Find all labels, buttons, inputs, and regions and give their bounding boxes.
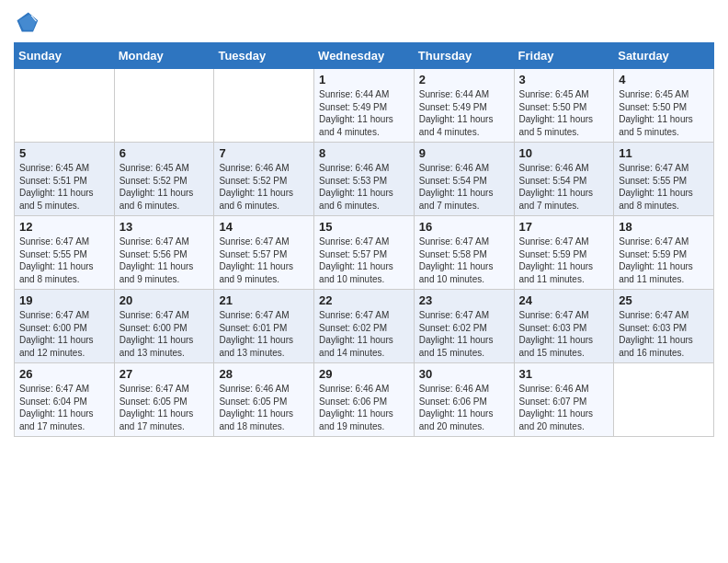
day-number: 16: [419, 220, 509, 234]
calendar-cell: 17Sunrise: 6:47 AMSunset: 5:59 PMDayligh…: [514, 216, 614, 290]
day-info: Sunrise: 6:47 AMSunset: 5:57 PMDaylight:…: [319, 236, 409, 285]
day-info: Sunrise: 6:46 AMSunset: 6:06 PMDaylight:…: [419, 383, 509, 432]
day-info: Sunrise: 6:47 AMSunset: 6:00 PMDaylight:…: [19, 309, 109, 359]
calendar-cell: [614, 363, 714, 437]
logo: [14, 9, 43, 35]
day-info: Sunrise: 6:47 AMSunset: 6:04 PMDaylight:…: [19, 383, 109, 432]
calendar-cell: 15Sunrise: 6:47 AMSunset: 5:57 PMDayligh…: [314, 216, 415, 290]
weekday-header-row: SundayMondayTuesdayWednesdayThursdayFrid…: [15, 43, 714, 69]
day-info: Sunrise: 6:45 AMSunset: 5:51 PMDaylight:…: [19, 162, 109, 212]
calendar-cell: 24Sunrise: 6:47 AMSunset: 6:03 PMDayligh…: [514, 290, 614, 363]
day-number: 14: [219, 220, 309, 234]
calendar-week-row: 26Sunrise: 6:47 AMSunset: 6:04 PMDayligh…: [15, 363, 714, 437]
day-info: Sunrise: 6:47 AMSunset: 5:55 PMDaylight:…: [619, 162, 709, 212]
day-info: Sunrise: 6:44 AMSunset: 5:49 PMDaylight:…: [419, 88, 509, 138]
weekday-header: Sunday: [15, 43, 115, 69]
day-number: 27: [119, 367, 210, 381]
day-number: 22: [319, 293, 409, 307]
day-number: 10: [519, 146, 609, 160]
calendar-cell: 30Sunrise: 6:46 AMSunset: 6:06 PMDayligh…: [414, 363, 514, 437]
day-info: Sunrise: 6:45 AMSunset: 5:52 PMDaylight:…: [119, 162, 210, 212]
day-info: Sunrise: 6:47 AMSunset: 6:03 PMDaylight:…: [619, 309, 709, 359]
day-number: 19: [19, 293, 109, 307]
day-info: Sunrise: 6:47 AMSunset: 5:57 PMDaylight:…: [219, 236, 309, 285]
day-number: 4: [619, 73, 709, 86]
weekday-header: Friday: [514, 43, 614, 69]
day-info: Sunrise: 6:47 AMSunset: 5:59 PMDaylight:…: [619, 236, 709, 285]
day-number: 12: [19, 220, 109, 234]
day-info: Sunrise: 6:47 AMSunset: 6:03 PMDaylight:…: [519, 309, 609, 359]
calendar-cell: 18Sunrise: 6:47 AMSunset: 5:59 PMDayligh…: [614, 216, 714, 290]
calendar-table: SundayMondayTuesdayWednesdayThursdayFrid…: [14, 42, 714, 437]
day-info: Sunrise: 6:46 AMSunset: 5:53 PMDaylight:…: [319, 162, 409, 212]
day-info: Sunrise: 6:46 AMSunset: 5:54 PMDaylight:…: [519, 162, 609, 212]
day-info: Sunrise: 6:47 AMSunset: 6:00 PMDaylight:…: [119, 309, 210, 359]
calendar-cell: 26Sunrise: 6:47 AMSunset: 6:04 PMDayligh…: [15, 363, 115, 437]
day-number: 28: [219, 367, 309, 381]
day-number: 17: [519, 220, 609, 234]
day-info: Sunrise: 6:47 AMSunset: 5:55 PMDaylight:…: [19, 236, 109, 285]
day-info: Sunrise: 6:47 AMSunset: 6:02 PMDaylight:…: [419, 309, 509, 359]
calendar-cell: 16Sunrise: 6:47 AMSunset: 5:58 PMDayligh…: [414, 216, 514, 290]
day-number: 15: [319, 220, 409, 234]
calendar-cell: 5Sunrise: 6:45 AMSunset: 5:51 PMDaylight…: [15, 143, 115, 216]
day-number: 21: [219, 293, 309, 307]
page-header: [14, 9, 714, 35]
calendar-cell: 22Sunrise: 6:47 AMSunset: 6:02 PMDayligh…: [314, 290, 415, 363]
day-info: Sunrise: 6:46 AMSunset: 6:07 PMDaylight:…: [519, 383, 609, 432]
day-info: Sunrise: 6:45 AMSunset: 5:50 PMDaylight:…: [519, 88, 609, 138]
calendar-cell: 27Sunrise: 6:47 AMSunset: 6:05 PMDayligh…: [114, 363, 214, 437]
calendar-cell: 31Sunrise: 6:46 AMSunset: 6:07 PMDayligh…: [514, 363, 614, 437]
calendar-cell: 20Sunrise: 6:47 AMSunset: 6:00 PMDayligh…: [114, 290, 214, 363]
day-info: Sunrise: 6:47 AMSunset: 6:05 PMDaylight:…: [119, 383, 210, 432]
calendar-cell: 29Sunrise: 6:46 AMSunset: 6:06 PMDayligh…: [314, 363, 415, 437]
calendar-cell: [114, 69, 214, 143]
calendar-cell: 9Sunrise: 6:46 AMSunset: 5:54 PMDaylight…: [414, 143, 514, 216]
calendar-cell: [214, 69, 314, 143]
calendar-week-row: 5Sunrise: 6:45 AMSunset: 5:51 PMDaylight…: [15, 143, 714, 216]
day-info: Sunrise: 6:45 AMSunset: 5:50 PMDaylight:…: [619, 88, 709, 138]
calendar-cell: 6Sunrise: 6:45 AMSunset: 5:52 PMDaylight…: [114, 143, 214, 216]
calendar-cell: 14Sunrise: 6:47 AMSunset: 5:57 PMDayligh…: [214, 216, 314, 290]
day-number: 11: [619, 146, 709, 160]
day-number: 2: [419, 73, 509, 86]
calendar-cell: 25Sunrise: 6:47 AMSunset: 6:03 PMDayligh…: [614, 290, 714, 363]
day-number: 29: [319, 367, 409, 381]
weekday-header: Monday: [114, 43, 214, 69]
weekday-header: Thursday: [414, 43, 514, 69]
weekday-header: Saturday: [614, 43, 714, 69]
day-number: 6: [119, 146, 210, 160]
day-info: Sunrise: 6:46 AMSunset: 5:54 PMDaylight:…: [419, 162, 509, 212]
calendar-week-row: 19Sunrise: 6:47 AMSunset: 6:00 PMDayligh…: [15, 290, 714, 363]
day-number: 1: [319, 73, 409, 86]
day-info: Sunrise: 6:47 AMSunset: 5:58 PMDaylight:…: [419, 236, 509, 285]
calendar-cell: 1Sunrise: 6:44 AMSunset: 5:49 PMDaylight…: [314, 69, 415, 143]
calendar-cell: 12Sunrise: 6:47 AMSunset: 5:55 PMDayligh…: [15, 216, 115, 290]
calendar-cell: 11Sunrise: 6:47 AMSunset: 5:55 PMDayligh…: [614, 143, 714, 216]
day-info: Sunrise: 6:47 AMSunset: 5:56 PMDaylight:…: [119, 236, 210, 285]
logo-icon: [14, 9, 40, 35]
calendar-week-row: 1Sunrise: 6:44 AMSunset: 5:49 PMDaylight…: [15, 69, 714, 143]
day-number: 25: [619, 293, 709, 307]
calendar-cell: 8Sunrise: 6:46 AMSunset: 5:53 PMDaylight…: [314, 143, 415, 216]
day-number: 30: [419, 367, 509, 381]
calendar-cell: 13Sunrise: 6:47 AMSunset: 5:56 PMDayligh…: [114, 216, 214, 290]
calendar-cell: 19Sunrise: 6:47 AMSunset: 6:00 PMDayligh…: [15, 290, 115, 363]
calendar-cell: 21Sunrise: 6:47 AMSunset: 6:01 PMDayligh…: [214, 290, 314, 363]
day-number: 7: [219, 146, 309, 160]
day-number: 24: [519, 293, 609, 307]
calendar-cell: [15, 69, 115, 143]
day-number: 26: [19, 367, 109, 381]
weekday-header: Wednesday: [314, 43, 415, 69]
day-info: Sunrise: 6:47 AMSunset: 6:01 PMDaylight:…: [219, 309, 309, 359]
day-number: 3: [519, 73, 609, 86]
day-number: 23: [419, 293, 509, 307]
calendar-cell: 2Sunrise: 6:44 AMSunset: 5:49 PMDaylight…: [414, 69, 514, 143]
calendar-week-row: 12Sunrise: 6:47 AMSunset: 5:55 PMDayligh…: [15, 216, 714, 290]
day-info: Sunrise: 6:46 AMSunset: 5:52 PMDaylight:…: [219, 162, 309, 212]
day-info: Sunrise: 6:47 AMSunset: 6:02 PMDaylight:…: [319, 309, 409, 359]
calendar-cell: 23Sunrise: 6:47 AMSunset: 6:02 PMDayligh…: [414, 290, 514, 363]
day-number: 20: [119, 293, 210, 307]
day-number: 5: [19, 146, 109, 160]
day-number: 9: [419, 146, 509, 160]
